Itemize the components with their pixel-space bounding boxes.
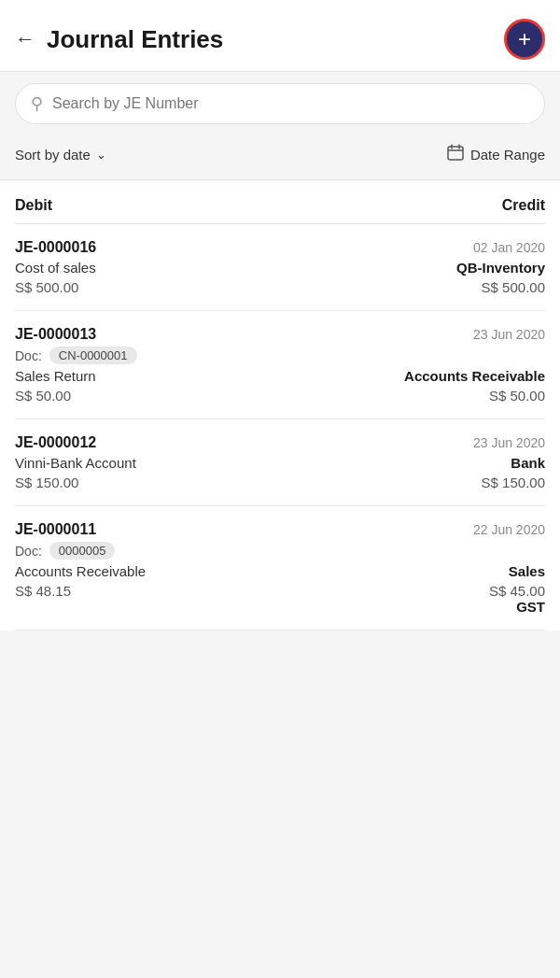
svg-rect-0 [448, 147, 463, 160]
je-header-row: JE-0000011 22 Jun 2020 [15, 521, 545, 538]
je-accounts-row: Cost of sales QB-Inventory [15, 260, 545, 276]
je-number: JE-0000016 [15, 239, 96, 256]
doc-label: Doc: [15, 544, 42, 559]
debit-column-header: Debit [15, 197, 52, 214]
je-number: JE-0000011 [15, 521, 96, 538]
je-debit-account: Sales Return [15, 368, 96, 384]
page-title: Journal Entries [47, 25, 223, 54]
header: ← Journal Entries + [0, 0, 560, 72]
je-credit-account: Accounts Receivable [404, 368, 545, 384]
extra-credit-label: GST [516, 599, 545, 615]
je-debit-amount: S$ 500.00 [15, 279, 78, 295]
je-date: 22 Jun 2020 [473, 522, 545, 537]
je-debit-amount: S$ 150.00 [15, 475, 78, 490]
chevron-down-icon: ⌄ [96, 148, 106, 162]
extra-credit-row: GST [15, 599, 545, 615]
journal-entry-je-0000011[interactable]: JE-0000011 22 Jun 2020 Doc: 0000005 Acco… [15, 506, 545, 631]
calendar-icon [446, 143, 465, 166]
search-bar-container: ⚲ [0, 72, 560, 135]
je-debit-account: Vinni-Bank Account [15, 455, 136, 471]
je-date: 23 Jun 2020 [473, 435, 545, 450]
je-credit-account: Sales [509, 563, 545, 579]
je-debit-account: Cost of sales [15, 260, 96, 276]
doc-label: Doc: [15, 348, 42, 363]
je-credit-account: QB-Inventory [456, 260, 545, 276]
je-header-row: JE-0000012 23 Jun 2020 [15, 434, 545, 451]
je-credit-amount: S$ 45.00 [489, 583, 545, 599]
je-debit-account: Accounts Receivable [15, 563, 146, 579]
filter-bar: Sort by date ⌄ Date Range [0, 135, 560, 180]
header-left: ← Journal Entries [15, 25, 223, 54]
doc-badge: CN-0000001 [49, 347, 137, 364]
je-date: 23 Jun 2020 [473, 327, 545, 342]
search-input[interactable] [52, 95, 529, 112]
je-credit-amount: S$ 50.00 [489, 388, 545, 404]
credit-column-header: Credit [502, 197, 545, 214]
doc-badge: 0000005 [49, 542, 116, 560]
je-amounts-row: S$ 500.00 S$ 500.00 [15, 279, 545, 295]
je-number: JE-0000013 [15, 326, 96, 343]
je-debit-amount: S$ 50.00 [15, 388, 71, 404]
je-credit-amount: S$ 150.00 [482, 475, 545, 490]
sort-label: Sort by date [15, 147, 91, 163]
date-range-label: Date Range [470, 147, 545, 163]
je-accounts-row: Vinni-Bank Account Bank [15, 455, 545, 471]
je-header-row: JE-0000016 02 Jan 2020 [15, 239, 545, 256]
je-accounts-row: Accounts Receivable Sales [15, 563, 545, 579]
je-debit-amount: S$ 48.15 [15, 583, 71, 599]
sort-button[interactable]: Sort by date ⌄ [15, 147, 106, 163]
search-icon: ⚲ [31, 93, 43, 114]
je-credit-account: Bank [511, 455, 545, 471]
content: Debit Credit JE-0000016 02 Jan 2020 Cost… [0, 180, 560, 631]
je-credit-amount: S$ 500.00 [482, 279, 545, 295]
je-amounts-row: S$ 50.00 S$ 50.00 [15, 388, 545, 404]
journal-entry-je-0000012[interactable]: JE-0000012 23 Jun 2020 Vinni-Bank Accoun… [15, 419, 545, 506]
je-accounts-row: Sales Return Accounts Receivable [15, 368, 545, 384]
je-amounts-row: S$ 150.00 S$ 150.00 [15, 475, 545, 490]
back-button[interactable]: ← [15, 27, 35, 51]
je-amounts-row: S$ 48.15 S$ 45.00 [15, 583, 545, 599]
date-range-button[interactable]: Date Range [446, 143, 545, 166]
journal-entry-je-0000013[interactable]: JE-0000013 23 Jun 2020 Doc: CN-0000001 S… [15, 311, 545, 419]
add-icon: + [518, 28, 531, 50]
add-button[interactable]: + [504, 19, 545, 60]
doc-row: Doc: CN-0000001 [15, 347, 545, 364]
journal-entry-je-0000016[interactable]: JE-0000016 02 Jan 2020 Cost of sales QB-… [15, 224, 545, 311]
search-bar[interactable]: ⚲ [15, 83, 545, 124]
je-number: JE-0000012 [15, 434, 96, 451]
column-headers: Debit Credit [15, 180, 545, 224]
je-header-row: JE-0000013 23 Jun 2020 [15, 326, 545, 343]
doc-row: Doc: 0000005 [15, 542, 545, 560]
je-date: 02 Jan 2020 [473, 240, 545, 255]
